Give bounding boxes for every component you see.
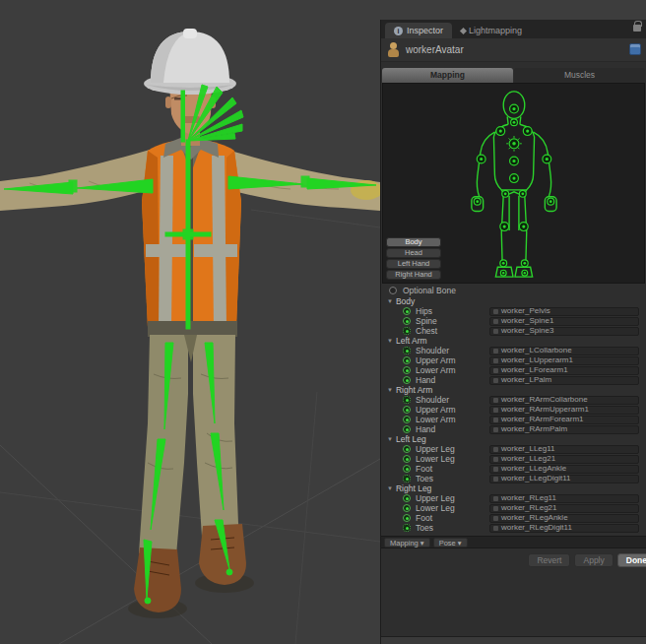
object-icon: [493, 408, 498, 413]
scene-view[interactable]: [0, 0, 380, 644]
object-icon: [493, 506, 498, 511]
foldout-triangle-icon: ▼: [387, 436, 393, 442]
asset-title: workerAvatar: [406, 44, 464, 55]
object-icon: [493, 368, 498, 373]
tab-muscles[interactable]: Muscles: [514, 68, 645, 83]
window-bottom-strip: [381, 636, 646, 644]
bone-object-field[interactable]: worker_RLeg11: [489, 494, 639, 503]
bone-row: Toesworker_RLegDigit11: [381, 523, 646, 533]
bone-row: Footworker_RLegAnkle: [381, 513, 646, 523]
object-icon: [493, 309, 498, 314]
bone-status-icon: [403, 347, 411, 354]
section-header-body[interactable]: ▼Body: [381, 296, 646, 306]
bone-row: Lower Legworker_LLeg21: [381, 454, 646, 464]
body-part-buttons: BodyHeadLeft HandRight Hand: [386, 237, 441, 280]
bone-row: Lower Armworker_LForearm1: [381, 365, 646, 375]
bone-object-field[interactable]: worker_LLegAnkle: [489, 465, 639, 474]
bone-status-icon: [403, 376, 411, 384]
optional-bone-icon: [389, 287, 397, 294]
object-icon: [493, 418, 498, 422]
bone-row: Handworker_LPalm: [381, 375, 646, 385]
bone-sections: ▼BodyHipsworker_PelvisSpineworker_Spine1…: [381, 296, 646, 533]
bone-object-field[interactable]: worker_RLegDigit11: [489, 524, 639, 533]
object-icon: [493, 378, 498, 383]
bone-status-icon: [403, 356, 411, 364]
bone-object-field[interactable]: worker_LCollarbone: [489, 347, 639, 355]
apply-button[interactable]: Apply: [574, 553, 613, 567]
bone-object-field[interactable]: worker_RArmPalm: [489, 425, 639, 434]
lightmapping-icon: [460, 27, 467, 33]
bone-object-field[interactable]: worker_Pelvis: [489, 307, 639, 316]
bone-object-field[interactable]: worker_RArmUpperarm1: [489, 406, 639, 415]
object-icon: [493, 319, 498, 324]
bone-status-icon: [403, 396, 411, 404]
bone-row: Upper Armworker_LUpperarm1: [381, 355, 646, 365]
foldout-triangle-icon: ▼: [387, 485, 393, 491]
editor-tab-bar: i Inspector Lightmapping: [381, 20, 646, 38]
bone-row: Shoulderworker_RArmCollarbone: [381, 395, 646, 405]
footer-menu-bar: Mapping ▾ Pose ▾: [381, 536, 646, 548]
part-button-right-hand[interactable]: Right Hand: [386, 270, 441, 280]
object-icon: [493, 477, 498, 482]
object-icon: [493, 447, 498, 452]
bone-status-icon: [403, 416, 411, 423]
bone-object-field[interactable]: worker_LUpperarm1: [489, 356, 639, 365]
bone-status-icon: [403, 494, 411, 502]
object-icon: [493, 329, 498, 334]
bone-row: Chestworker_Spine3: [381, 326, 646, 336]
section-header-left-arm[interactable]: ▼Left Arm: [381, 336, 646, 346]
object-icon: [493, 516, 498, 521]
bone-object-field[interactable]: worker_LLeg11: [489, 445, 639, 454]
bone-row: Toesworker_LLegDigit11: [381, 474, 646, 483]
optional-bone-legend: Optional Bone: [381, 284, 646, 296]
bone-object-field[interactable]: worker_RArmForearm1: [489, 416, 639, 424]
part-button-head[interactable]: Head: [386, 248, 441, 258]
bone-object-field[interactable]: worker_Spine3: [489, 327, 639, 336]
help-book-icon[interactable]: [629, 43, 641, 55]
object-icon: [493, 457, 498, 462]
revert-button[interactable]: Revert: [528, 553, 570, 567]
tab-mapping[interactable]: Mapping: [382, 68, 513, 83]
object-icon: [493, 496, 498, 501]
bone-object-field[interactable]: worker_LLeg21: [489, 455, 639, 464]
object-icon: [493, 349, 498, 354]
bone-object-field[interactable]: worker_LForearm1: [489, 366, 639, 375]
section-header-left-leg[interactable]: ▼Left Leg: [381, 434, 646, 444]
unity-editor-window: i Inspector Lightmapping workerAvatar Ma…: [0, 0, 646, 644]
bone-status-icon: [403, 465, 411, 473]
mapping-menu-button[interactable]: Mapping ▾: [384, 538, 430, 547]
bone-object-field[interactable]: worker_LPalm: [489, 376, 639, 385]
bone-row: Upper Legworker_LLeg11: [381, 444, 646, 454]
foldout-triangle-icon: ▼: [387, 387, 393, 393]
avatar-icon: [387, 42, 400, 57]
object-icon: [493, 467, 498, 472]
section-header-right-arm[interactable]: ▼Right Arm: [381, 385, 646, 395]
section-header-right-leg[interactable]: ▼Right Leg: [381, 483, 646, 493]
object-icon: [493, 526, 498, 531]
worker-model-3d: [0, 0, 380, 644]
bone-object-field[interactable]: worker_LLegDigit11: [489, 475, 639, 483]
object-icon: [493, 358, 498, 363]
bone-object-field[interactable]: worker_RArmCollarbone: [489, 396, 639, 405]
part-button-left-hand[interactable]: Left Hand: [386, 259, 441, 269]
bone-object-field[interactable]: worker_RLegAnkle: [489, 514, 639, 523]
bone-row: Lower Armworker_RArmForearm1: [381, 415, 646, 424]
tab-inspector[interactable]: i Inspector: [385, 23, 452, 38]
bone-row: Shoulderworker_LCollarbone: [381, 346, 646, 355]
bone-object-field[interactable]: worker_RLeg21: [489, 504, 639, 513]
avatar-mode-tabs: Mapping Muscles: [382, 68, 645, 83]
done-button[interactable]: Done: [617, 553, 646, 567]
bone-status-icon: [403, 475, 411, 483]
pose-menu-button[interactable]: Pose ▾: [433, 538, 468, 547]
bone-object-field[interactable]: worker_Spine1: [489, 317, 639, 326]
bone-row: Spineworker_Spine1: [381, 316, 646, 326]
bone-row: Upper Armworker_RArmUpperarm1: [381, 405, 646, 415]
inspector-icon: i: [394, 27, 403, 35]
bone-status-icon: [403, 504, 411, 512]
avatar-body-diagram[interactable]: BodyHeadLeft HandRight Hand: [382, 83, 645, 284]
object-icon: [493, 398, 498, 403]
lock-icon[interactable]: [633, 25, 641, 32]
bone-row: Upper Legworker_RLeg11: [381, 493, 646, 503]
part-button-body[interactable]: Body: [386, 237, 441, 247]
tab-lightmapping[interactable]: Lightmapping: [452, 23, 531, 38]
